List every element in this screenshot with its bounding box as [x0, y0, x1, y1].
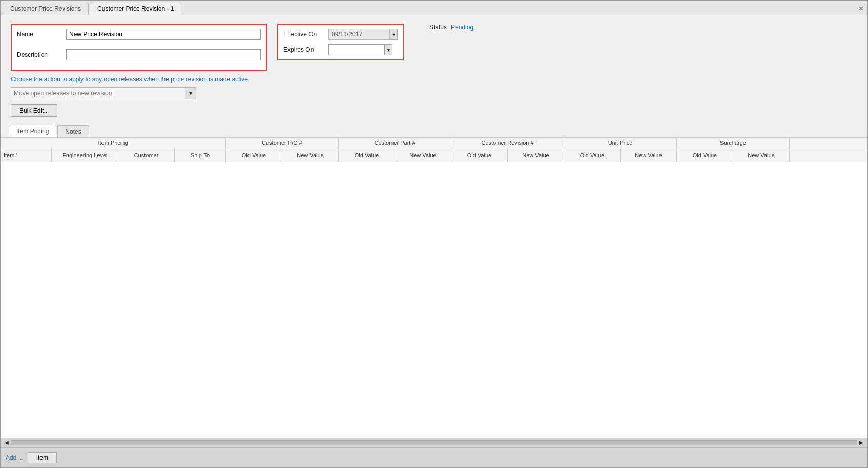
name-description-group: Name Description	[11, 24, 267, 71]
expires-on-input[interactable]	[328, 44, 385, 55]
lower-tab-bar: Item Pricing Notes	[1, 122, 867, 138]
group-surcharge: Surcharge	[677, 138, 790, 148]
grid-col-header-row: Item / Engineering Level Customer Ship-T…	[1, 148, 867, 162]
col-header-ship-to: Ship-To	[175, 148, 226, 162]
group-unit-price: Unit Price	[564, 138, 677, 148]
col-header-engineering-level: Engineering Level	[52, 148, 118, 162]
close-button[interactable]: ×	[855, 3, 867, 14]
tab-bar: Customer Price Revisions Customer Price …	[1, 1, 867, 15]
item-sort-icon: /	[15, 153, 17, 158]
form-area: Name Description Effective On 09/11/2017	[1, 15, 867, 122]
expires-on-row: Expires On ▾	[283, 44, 398, 55]
hint-text: Choose the action to apply to any open r…	[11, 76, 857, 83]
group-customer-part: Customer Part #	[339, 138, 451, 148]
group-customer-po: Customer P/O #	[226, 138, 339, 148]
col-header-up-new: New Value	[621, 148, 677, 162]
status-label: Status	[429, 24, 447, 31]
item-button[interactable]: Item	[28, 452, 57, 463]
action-select-input[interactable]	[11, 87, 185, 99]
grid-group-header-row: Item Pricing Customer P/O # Customer Par…	[1, 138, 867, 148]
status-group: Status Pending	[429, 24, 473, 31]
name-label: Name	[17, 31, 58, 38]
col-header-rev-new: New Value	[508, 148, 564, 162]
add-link[interactable]: Add ...	[6, 454, 24, 461]
scroll-track[interactable]	[11, 440, 857, 445]
scroll-right-btn[interactable]: ▶	[857, 440, 865, 445]
col-header-part-old: Old Value	[339, 148, 395, 162]
expires-on-label: Expires On	[283, 46, 324, 53]
name-row: Name	[17, 29, 261, 40]
col-header-part-new: New Value	[395, 148, 451, 162]
tab-customer-price-revisions[interactable]: Customer Price Revisions	[3, 3, 89, 15]
description-input[interactable]	[66, 49, 261, 60]
scroll-left-btn[interactable]: ◀	[3, 440, 11, 445]
tab-item-pricing[interactable]: Item Pricing	[9, 125, 56, 137]
col-header-po-new: New Value	[282, 148, 339, 162]
bulk-edit-button[interactable]: Bulk Edit...	[11, 104, 57, 117]
col-header-customer: Customer	[118, 148, 175, 162]
tab-notes[interactable]: Notes	[57, 125, 89, 137]
col-header-item[interactable]: Item /	[1, 148, 52, 162]
action-dropdown-wrap: ▾	[11, 87, 857, 99]
col-header-rev-old: Old Value	[451, 148, 508, 162]
status-value: Pending	[451, 24, 473, 31]
col-header-po-old: Old Value	[226, 148, 282, 162]
effective-on-label: Effective On	[283, 31, 324, 38]
name-input[interactable]	[66, 29, 261, 40]
main-window: Customer Price Revisions Customer Price …	[0, 0, 868, 468]
horizontal-scrollbar[interactable]: ◀ ▶	[1, 438, 867, 447]
col-header-up-old: Old Value	[564, 148, 621, 162]
col-header-sur-new: New Value	[733, 148, 790, 162]
action-select-arrow[interactable]: ▾	[185, 87, 196, 99]
col-header-sur-old: Old Value	[677, 148, 733, 162]
effective-on-display: 09/11/2017	[328, 29, 390, 40]
grid-container: Item Pricing Customer P/O # Customer Par…	[1, 138, 867, 438]
effective-on-dropdown-btn[interactable]: ▾	[390, 29, 398, 40]
group-item-pricing: Item Pricing	[1, 138, 226, 148]
form-top: Name Description Effective On 09/11/2017	[11, 24, 857, 71]
grid-data-area	[1, 162, 867, 438]
description-label: Description	[17, 51, 58, 58]
effective-on-row: Effective On 09/11/2017 ▾	[283, 29, 398, 40]
bottom-bar: Add ... Item	[1, 447, 867, 467]
tab-customer-price-revision-1[interactable]: Customer Price Revision - 1	[90, 3, 181, 15]
group-customer-revision: Customer Revision #	[451, 138, 564, 148]
expires-on-dropdown-btn[interactable]: ▾	[385, 44, 392, 55]
description-row: Description	[17, 49, 261, 60]
dates-group: Effective On 09/11/2017 ▾ Expires On ▾	[277, 24, 404, 60]
